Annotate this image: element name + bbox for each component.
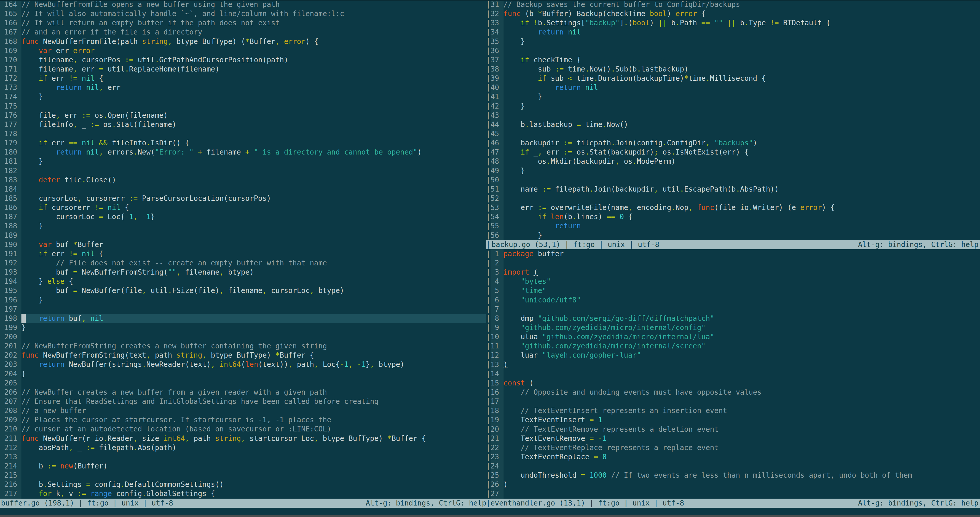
code-line[interactable]: 194 } else { [0,277,486,286]
code-line[interactable]: 164 // NewBufferFromFile opens a new buf… [0,0,486,9]
code-line[interactable]: 53 err := overwriteFile(name, encoding.N… [490,203,980,212]
code-line[interactable]: 171 filename, err = util.ReplaceHome(fil… [0,65,486,74]
code-line[interactable]: 189 [0,231,486,240]
code-line[interactable]: 42 } [490,102,980,111]
code-line[interactable]: 55 return [490,222,980,231]
code-line[interactable]: 22 // TextEventReplace represents a repl… [490,443,980,452]
code-line[interactable]: 173 return nil, err [0,83,486,92]
editor-pane-buffer-go[interactable]: 164 // NewBufferFromFile opens a new buf… [0,0,486,499]
code-line[interactable]: 49 } [490,166,980,176]
editor-pane-eventhandler-go[interactable]: 1 package buffer 2 3 import ( 4 "bytes" … [490,249,980,499]
code-line[interactable]: 202 func NewBufferFromString(text, path … [0,351,486,360]
code-line[interactable]: 195 buf = NewBuffer(file, util.FSize(fil… [0,286,486,295]
code-line[interactable]: 12 luar "layeh.com/gopher-luar" [490,351,980,360]
code-line[interactable]: 15 const ( [490,378,980,388]
code-line[interactable]: 179 if err == nil && fileInfo.IsDir() { [0,139,486,148]
code-line[interactable]: 5 "time" [490,286,980,295]
code-line[interactable]: 203 return NewBuffer(strings.NewReader(t… [0,360,486,369]
code-line[interactable]: 204 } [0,369,486,378]
code-line[interactable]: 51 name := filepath.Join(backupdir, util… [490,185,980,194]
code-line[interactable]: 7 [490,305,980,314]
code-line[interactable]: 26 ) [490,480,980,489]
code-line[interactable]: 43 [490,111,980,120]
code-line[interactable]: 33 if !b.Settings["backup"].(bool) || b.… [490,18,980,27]
code-line[interactable]: 165 // It will also automatically handle… [0,9,486,18]
code-line[interactable]: 8 dmp "github.com/sergi/go-diff/diffmatc… [490,314,980,323]
code-line[interactable]: 27 [490,489,980,498]
code-line[interactable]: 3 import ( [490,268,980,277]
code-line[interactable]: 2 [490,258,980,268]
code-line[interactable]: 35 } [490,37,980,46]
code-line[interactable]: 187 cursorLoc = Loc{-1, -1} [0,212,486,222]
code-line[interactable]: 188 } [0,222,486,231]
code-line[interactable]: 50 [490,176,980,185]
code-line[interactable]: 182 [0,166,486,176]
code-line[interactable]: 18 // TextEventInsert represents an inse… [490,406,980,415]
code-line[interactable]: 14 [490,369,980,378]
code-line[interactable]: 9 "github.com/zyedidia/micro/internal/co… [490,323,980,332]
code-line[interactable]: 168 func NewBufferFromFile(path string, … [0,37,486,46]
code-line[interactable]: 32 func (b *Buffer) Backup(checkTime boo… [490,9,980,18]
code-line[interactable]: 178 [0,129,486,139]
code-line[interactable]: 48 os.Mkdir(backupdir, os.ModePerm) [490,157,980,166]
code-line[interactable]: 193 buf = NewBufferFromString("", filena… [0,268,486,277]
code-line[interactable]: 215 [0,471,486,480]
code-line[interactable]: 46 backupdir := filepath.Join(config.Con… [490,139,980,148]
code-line[interactable]: 36 [490,46,980,56]
code-line[interactable]: 169 var err error [0,46,486,56]
code-line[interactable]: 34 return nil [490,27,980,37]
code-line[interactable]: 205 [0,378,486,388]
code-line[interactable]: 45 [490,129,980,139]
code-line[interactable]: 52 [490,194,980,203]
code-line[interactable]: 184 [0,185,486,194]
code-line[interactable]: 206 // NewBuffer creates a new buffer fr… [0,388,486,397]
code-line[interactable]: 172 if err != nil { [0,74,486,83]
code-line[interactable]: 180 return nil, errors.New("Error: " + f… [0,148,486,157]
code-line[interactable]: 16 // Opposite and undoing events must h… [490,388,980,397]
editor-pane-backup-go[interactable]: 31 // Backup saves the current buffer to… [490,0,980,240]
code-line[interactable]: 44 b.lastbackup = time.Now() [490,120,980,129]
code-line[interactable]: 196 } [0,295,486,305]
code-line[interactable]: 1 package buffer [490,249,980,258]
code-line[interactable]: 56 } [490,231,980,240]
code-line[interactable]: 41 } [490,92,980,101]
code-line[interactable]: 21 TextEventRemove = -1 [490,434,980,443]
code-line[interactable]: 186 if cursorerr != nil { [0,203,486,212]
code-line[interactable]: 212 absPath, _ := filepath.Abs(path) [0,443,486,452]
code-line[interactable]: 54 if len(b.lines) == 0 { [490,212,980,222]
code-line[interactable]: 40 return nil [490,83,980,92]
code-line[interactable]: 24 [490,461,980,471]
code-line[interactable]: 10 ulua "github.com/zyedidia/micro/inter… [490,332,980,341]
code-line[interactable]: 183 defer file.Close() [0,176,486,185]
code-line[interactable]: 209 // Places the cursor at startcursor.… [0,415,486,424]
code-line[interactable]: 217 for k, v := range config.GlobalSetti… [0,489,486,498]
code-line[interactable]: 211 func NewBuffer(r io.Reader, size int… [0,434,486,443]
code-line[interactable]: 213 [0,452,486,461]
code-line[interactable]: 192 // File does not exist -- create an … [0,258,486,268]
code-line[interactable]: 166 // It will return an empty buffer if… [0,18,486,27]
code-line[interactable]: 198 return buf, nil [0,314,486,323]
code-line[interactable]: 19 TextEventInsert = 1 [490,415,980,424]
code-line[interactable]: 31 // Backup saves the current buffer to… [490,0,980,9]
code-line[interactable]: 207 // Ensure that ReadSettings and Init… [0,397,486,406]
code-line[interactable]: 39 if sub < time.Duration(backupTime)*ti… [490,74,980,83]
code-line[interactable]: 185 cursorLoc, cursorerr := ParseCursorL… [0,194,486,203]
code-line[interactable]: 197 [0,305,486,314]
code-line[interactable]: 208 // a new buffer [0,406,486,415]
code-line[interactable]: 38 sub := time.Now().Sub(b.lastbackup) [490,65,980,74]
code-line[interactable]: 216 b.Settings = config.DefaultCommonSet… [0,480,486,489]
code-line[interactable]: 214 b := new(Buffer) [0,461,486,471]
code-line[interactable]: 210 // cursor at an autodetected locatio… [0,424,486,434]
code-line[interactable]: 20 // TextEventRemove represents a delet… [490,425,980,434]
code-line[interactable]: 23 TextEventReplace = 0 [490,452,980,461]
code-line[interactable]: 175 [0,102,486,111]
code-line[interactable]: 25 undoThreshold = 1000 // If two events… [490,471,980,480]
code-line[interactable]: 201 // NewBufferFromString creates a new… [0,341,486,351]
code-line[interactable]: 167 // and an error if the file is a dir… [0,27,486,37]
code-line[interactable]: 170 filename, cursorPos := util.GetPathA… [0,56,486,65]
code-line[interactable]: 47 if _, err := os.Stat(backupdir); os.I… [490,148,980,157]
code-line[interactable]: 13 ) [490,360,980,369]
code-line[interactable]: 6 "unicode/utf8" [490,295,980,305]
code-line[interactable]: 181 } [0,157,486,166]
code-line[interactable]: 174 } [0,92,486,101]
